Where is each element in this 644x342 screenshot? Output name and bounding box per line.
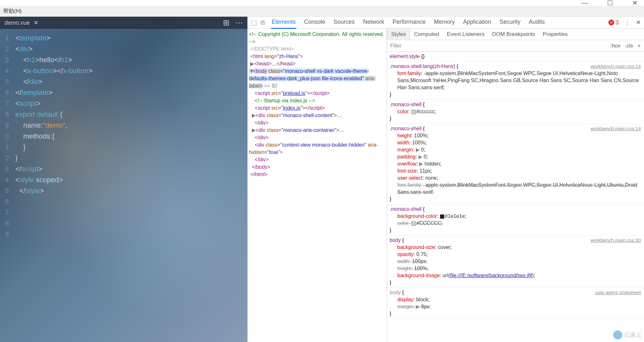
devtools-toolbar: ⬚ ⎚ ElementsConsoleSourcesNetworkPerform… (248, 17, 644, 29)
error-badge[interactable]: ✕3 (608, 19, 619, 26)
devtools-tab-application[interactable]: Application (462, 16, 492, 29)
styles-tab-event-listeners[interactable]: Event Listeners (443, 28, 488, 40)
maximize-icon[interactable]: ☐ (607, 0, 613, 7)
window-titlebar: — ☐ ✕ (0, 0, 644, 6)
tab-label: demo.vue (4, 20, 30, 26)
styles-tab-computed[interactable]: Computed (410, 28, 443, 40)
tab-close-icon[interactable]: ✕ (34, 19, 38, 26)
watermark: 亿速云 (613, 330, 641, 339)
more-actions-icon[interactable]: ⋯ (235, 18, 243, 27)
line-gutter: 1234567890123456789 (0, 33, 12, 240)
hov-toggle[interactable]: :hov (610, 42, 620, 49)
devtools-tab-elements[interactable]: Elements (271, 16, 296, 29)
tab-demo-vue[interactable]: demo.vue ✕ (0, 17, 43, 29)
new-rule-icon[interactable]: + (638, 42, 641, 49)
devtools-tab-memory[interactable]: Memory (433, 16, 455, 29)
devtools-tab-network[interactable]: Network (362, 16, 385, 29)
styles-filter-bar: Filter :hov .cls + (387, 40, 644, 52)
elements-tree[interactable]: <!-- Copyright (C) Microsoft Corporation… (248, 29, 387, 342)
editor-pane: demo.vue ✕ ⊞ ⋯ 1234567890123456789 <temp… (0, 17, 247, 342)
styles-panel: StylesComputedEvent ListenersDOM Breakpo… (387, 29, 644, 342)
devtools-close-icon[interactable]: ✕ (636, 19, 641, 26)
code-editor[interactable]: 1234567890123456789 <template><div> <h1>… (0, 29, 247, 240)
devtools-tab-console[interactable]: Console (303, 16, 326, 29)
watermark-logo-icon (613, 330, 622, 339)
devtools-tab-performance[interactable]: Performance (392, 16, 426, 29)
editor-tabs: demo.vue ✕ ⊞ ⋯ (0, 17, 247, 29)
cls-toggle[interactable]: .cls (625, 42, 633, 49)
devtools-panel: ⬚ ⎚ ElementsConsoleSourcesNetworkPerform… (247, 17, 644, 342)
css-rules[interactable]: element.style {}.monaco-shell:lang(zh-Ha… (387, 52, 644, 342)
filter-input[interactable]: Filter (390, 42, 402, 49)
close-icon[interactable]: ✕ (632, 0, 638, 7)
styles-tab-dom-breakpoints[interactable]: DOM Breakpoints (488, 28, 539, 40)
devtools-tab-audits[interactable]: Audits (528, 16, 545, 29)
styles-tab-properties[interactable]: Properties (539, 28, 571, 40)
devtools-menu-icon[interactable]: ⋮ (624, 19, 630, 26)
styles-tab-styles[interactable]: Styles (387, 28, 410, 40)
devtools-tab-security[interactable]: Security (499, 16, 521, 29)
split-editor-icon[interactable]: ⊞ (223, 18, 229, 27)
menu-bar: 帮助(H) (0, 6, 644, 17)
devtools-tab-sources[interactable]: Sources (333, 16, 355, 29)
minimize-icon[interactable]: — (582, 0, 588, 7)
inspect-icon[interactable]: ⬚ (251, 19, 257, 26)
code-lines[interactable]: <template><div> <h1>hello</h1> <x-button… (12, 33, 247, 240)
menu-help[interactable]: 帮助(H) (3, 7, 22, 15)
device-icon[interactable]: ⎚ (261, 19, 265, 26)
